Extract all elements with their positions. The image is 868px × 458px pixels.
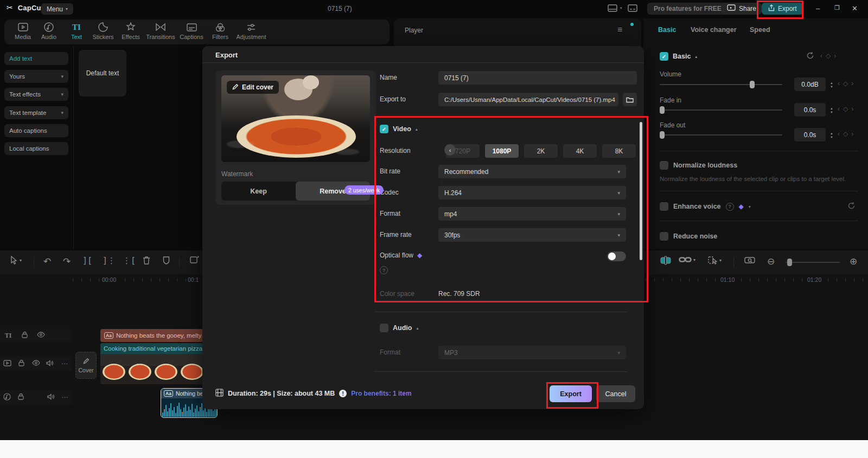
toolbar-item-captions[interactable]: Captions xyxy=(175,22,208,40)
codec-dropdown[interactable]: H.264 ▾ xyxy=(438,186,626,199)
maximize-button[interactable]: ❐ xyxy=(834,4,840,11)
chevron-down-icon[interactable]: ▾ xyxy=(719,258,722,263)
toolbar-item-filters[interactable]: Filters xyxy=(204,22,237,40)
fade-out-value[interactable]: 0.0s xyxy=(794,128,826,141)
keyframe-nav[interactable]: ‹◇› xyxy=(838,80,857,87)
fade-out-stepper[interactable]: ▴▾ xyxy=(828,128,835,141)
undo-icon[interactable]: ↶ xyxy=(43,256,51,267)
volume-stepper[interactable]: ▴▾ xyxy=(828,78,835,91)
audio-checkbox[interactable] xyxy=(380,324,388,332)
sidebar-item-auto-captions[interactable]: Auto captions xyxy=(4,124,68,137)
basic-checkbox[interactable]: ✓ xyxy=(660,52,668,61)
minimize-button[interactable]: – xyxy=(816,4,820,12)
fade-out-slider-thumb[interactable] xyxy=(660,131,665,139)
resolution-option-4k[interactable]: 4K xyxy=(563,144,597,158)
eye-icon[interactable] xyxy=(33,332,49,339)
collapse-icon[interactable]: ▴ xyxy=(416,127,418,132)
keyframe-nav[interactable]: ‹◇› xyxy=(838,105,857,113)
player-menu-icon[interactable]: ≡ xyxy=(617,25,622,35)
sidebar-item-text-template[interactable]: Text template ▾ xyxy=(4,106,68,119)
export-confirm-button[interactable]: Export xyxy=(550,385,592,402)
volume-slider-thumb[interactable] xyxy=(750,81,755,88)
link-icon[interactable]: ▾ xyxy=(679,256,695,263)
toolbar-item-effects[interactable]: Effects xyxy=(114,22,147,40)
toolbar-item-adjustment[interactable]: Adjustment xyxy=(233,22,269,40)
resolution-option-1080p[interactable]: 1080P xyxy=(485,144,519,158)
select-mode-icon[interactable]: ▾ xyxy=(708,256,722,265)
export-to-input[interactable]: C:/Users/Usman/AppData/Local/CapCut/Vide… xyxy=(438,93,618,106)
lock-icon[interactable] xyxy=(14,359,28,368)
timeline-zoom-slider[interactable] xyxy=(786,262,840,263)
chevron-down-icon[interactable]: ▾ xyxy=(749,204,751,209)
tab-speed[interactable]: Speed xyxy=(750,26,770,34)
menu-button[interactable]: Menu ▾ xyxy=(41,3,73,15)
captions-panel-icon[interactable] xyxy=(628,4,637,14)
snap-icon[interactable] xyxy=(660,256,672,265)
fade-in-slider[interactable] xyxy=(660,109,782,111)
redo-icon[interactable]: ↷ xyxy=(63,256,71,267)
export-frame-icon[interactable] xyxy=(190,256,199,264)
default-text-card[interactable]: Default text xyxy=(79,50,126,96)
cover-button[interactable]: Cover xyxy=(75,352,97,379)
export-button-top[interactable]: Export xyxy=(762,3,803,15)
sidebar-item-text-effects[interactable]: Text effects ▾ xyxy=(4,88,68,101)
pro-benefits-link[interactable]: Pro benefits: 1 item xyxy=(351,390,411,397)
dialog-scrollbar[interactable] xyxy=(640,122,642,260)
pro-features-button[interactable]: Pro features for FREE xyxy=(647,3,728,15)
tab-basic[interactable]: Basic xyxy=(658,26,676,34)
layout-panel-icon[interactable] xyxy=(608,4,617,14)
zoom-out-icon[interactable]: ⊖ xyxy=(767,256,775,267)
resolution-option-2k[interactable]: 2K xyxy=(524,144,558,158)
sidebar-item-local-captions[interactable]: Local captions xyxy=(4,142,68,155)
toolbar-item-transitions[interactable]: Transitions xyxy=(144,22,177,40)
volume-value[interactable]: 0.0dB xyxy=(794,78,826,91)
frame-rate-dropdown[interactable]: 30fps ▾ xyxy=(438,228,626,242)
edit-cover-button[interactable]: Edit cover xyxy=(227,81,279,94)
lock-icon[interactable] xyxy=(14,393,28,402)
share-button[interactable]: Share xyxy=(722,3,762,15)
cancel-button[interactable]: Cancel xyxy=(596,385,635,402)
optical-flow-toggle[interactable] xyxy=(607,251,626,261)
more-icon[interactable]: ⋯ xyxy=(58,360,72,367)
more-icon[interactable]: ⋯ xyxy=(58,394,72,401)
help-icon[interactable]: ? xyxy=(380,266,388,274)
fade-out-slider[interactable] xyxy=(660,134,782,136)
zoom-in-icon[interactable]: ⊕ xyxy=(850,256,857,267)
chevron-down-icon[interactable]: ▾ xyxy=(693,257,695,262)
timeline-zoom-thumb[interactable] xyxy=(787,259,792,266)
fade-in-value[interactable]: 0.0s xyxy=(794,103,826,117)
fade-in-stepper[interactable]: ▴▾ xyxy=(828,103,835,117)
reset-icon[interactable] xyxy=(806,51,814,61)
lock-icon[interactable] xyxy=(16,331,33,340)
split-icon[interactable]: ][ xyxy=(82,256,92,266)
close-button[interactable]: ✕ xyxy=(852,4,858,12)
bit-rate-dropdown[interactable]: Recommended ▾ xyxy=(438,165,626,178)
delete-left-icon[interactable]: ]⋮ xyxy=(103,256,116,266)
normalize-loudness-checkbox[interactable] xyxy=(660,161,668,170)
mute-icon[interactable] xyxy=(44,394,58,402)
name-input[interactable]: 0715 (7) xyxy=(438,71,637,85)
sidebar-item-yours[interactable]: Yours ▾ xyxy=(4,70,68,83)
enhance-voice-checkbox[interactable] xyxy=(660,202,668,211)
audio-format-dropdown[interactable]: MP3 ▾ xyxy=(438,346,626,359)
mute-icon[interactable] xyxy=(43,360,57,368)
mask-icon[interactable] xyxy=(163,256,170,265)
sidebar-item-add-text[interactable]: Add text xyxy=(4,52,68,65)
folder-button[interactable] xyxy=(623,93,637,106)
delete-right-icon[interactable]: ⋮[ xyxy=(123,256,136,266)
text-clip[interactable]: Aa Nothing beats the gooey, melty g xyxy=(100,329,203,342)
collapse-icon[interactable]: ▴ xyxy=(416,326,418,331)
reduce-noise-checkbox[interactable] xyxy=(660,232,668,241)
reset-icon[interactable] xyxy=(847,202,856,211)
help-icon[interactable]: ? xyxy=(726,203,734,211)
keyframe-nav[interactable]: ‹◇› xyxy=(838,130,857,138)
video-checkbox[interactable]: ✓ xyxy=(380,125,388,133)
fade-in-slider-thumb[interactable] xyxy=(660,106,665,114)
chevron-down-icon[interactable]: ▾ xyxy=(20,258,22,263)
chevron-down-icon[interactable]: ▾ xyxy=(620,6,622,10)
keyframe-nav[interactable]: ‹◇› xyxy=(820,52,839,60)
format-dropdown[interactable]: mp4 ▾ xyxy=(438,207,626,221)
video-clip[interactable]: Cooking traditional vegetarian pizza in xyxy=(100,343,203,384)
watermark-keep-option[interactable]: Keep xyxy=(221,182,296,201)
tab-voice-changer[interactable]: Voice changer xyxy=(691,26,737,34)
